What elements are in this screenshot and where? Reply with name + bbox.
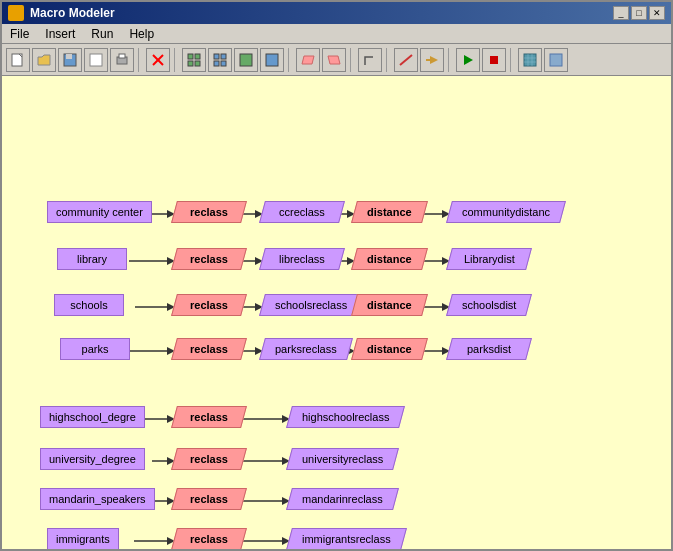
schoolsreclass-box[interactable]: schoolsreclass <box>262 294 360 316</box>
parksreclass-box[interactable]: parksreclass <box>262 338 350 360</box>
university-box[interactable]: university_degree <box>40 448 145 470</box>
delete-button[interactable] <box>146 48 170 72</box>
distance-2[interactable]: distance <box>354 248 425 270</box>
librarydist-box[interactable]: Librarydist <box>449 248 529 270</box>
distance-4[interactable]: distance <box>354 338 425 360</box>
line-button[interactable] <box>394 48 418 72</box>
distance-1[interactable]: distance <box>354 201 425 223</box>
parksdist[interactable]: parksdist <box>446 338 532 360</box>
input-university[interactable]: university_degree <box>40 448 145 470</box>
new-button[interactable] <box>6 48 30 72</box>
distance-3-box[interactable]: distance <box>351 294 428 316</box>
reclass-2-box[interactable]: reclass <box>171 248 247 270</box>
community-center-box[interactable]: community center <box>47 201 152 223</box>
reclass-6[interactable]: reclass <box>174 448 244 470</box>
immigrantsreclass[interactable]: immigrantsreclass <box>286 528 407 549</box>
highschoolreclass[interactable]: highschoolreclass <box>286 406 405 428</box>
ccreclass-box[interactable]: ccreclass <box>262 201 342 223</box>
menu-help[interactable]: Help <box>121 25 162 43</box>
mandarinreclass-box[interactable]: mandarinreclass <box>289 488 396 510</box>
maximize-button[interactable]: □ <box>631 6 647 20</box>
input-library[interactable]: library <box>57 248 127 270</box>
immigrantsreclass-box[interactable]: immigrantsreclass <box>289 528 404 549</box>
save-button[interactable] <box>58 48 82 72</box>
grid4-button[interactable] <box>260 48 284 72</box>
reclass-1-box[interactable]: reclass <box>171 201 247 223</box>
mandarinreclass[interactable]: mandarinreclass <box>286 488 399 510</box>
schools-box[interactable]: schools <box>54 294 124 316</box>
schoolsdist-box[interactable]: schoolsdist <box>449 294 529 316</box>
svg-rect-11 <box>195 61 200 66</box>
librarydist[interactable]: Librarydist <box>446 248 532 270</box>
reclass-8[interactable]: reclass <box>174 528 244 549</box>
distance-2-box[interactable]: distance <box>351 248 428 270</box>
grid2-button[interactable] <box>208 48 232 72</box>
input-highschool[interactable]: highschool_degre <box>40 406 145 428</box>
communitydist-box[interactable]: communitydistanc <box>449 201 563 223</box>
reclass-7[interactable]: reclass <box>174 488 244 510</box>
svg-rect-10 <box>188 61 193 66</box>
libreclass-box[interactable]: libreclass <box>262 248 342 270</box>
shape2-button[interactable] <box>322 48 346 72</box>
corner-button[interactable] <box>358 48 382 72</box>
distance-3[interactable]: distance <box>354 294 425 316</box>
svg-rect-8 <box>188 54 193 59</box>
svg-rect-13 <box>221 54 226 59</box>
open-button[interactable] <box>32 48 56 72</box>
reclass-8-box[interactable]: reclass <box>171 528 247 549</box>
svg-rect-24 <box>490 56 498 64</box>
close-button[interactable]: ✕ <box>649 6 665 20</box>
grid3-button[interactable] <box>234 48 258 72</box>
reclass-5[interactable]: reclass <box>174 406 244 428</box>
print-button[interactable] <box>110 48 134 72</box>
menu-run[interactable]: Run <box>83 25 121 43</box>
library-box[interactable]: library <box>57 248 127 270</box>
input-mandarin[interactable]: mandarin_speakers <box>40 488 155 510</box>
menu-insert[interactable]: Insert <box>37 25 83 43</box>
reclass-5-box[interactable]: reclass <box>171 406 247 428</box>
universityreclass[interactable]: universityreclass <box>286 448 399 470</box>
input-community-center[interactable]: community center <box>47 201 152 223</box>
parksdist-box[interactable]: parksdist <box>449 338 529 360</box>
minimize-button[interactable]: _ <box>613 6 629 20</box>
map-button[interactable] <box>518 48 542 72</box>
mandarin-box[interactable]: mandarin_speakers <box>40 488 155 510</box>
immigrants-box[interactable]: immigrants <box>47 528 119 549</box>
universityreclass-box[interactable]: universityreclass <box>289 448 396 470</box>
communitydist[interactable]: communitydistanc <box>446 201 566 223</box>
schoolsreclass[interactable]: schoolsreclass <box>259 294 363 316</box>
ccreclass[interactable]: ccreclass <box>259 201 345 223</box>
svg-rect-14 <box>214 61 219 66</box>
reclass-2[interactable]: reclass <box>174 248 244 270</box>
reclass-3-box[interactable]: reclass <box>171 294 247 316</box>
input-parks[interactable]: parks <box>60 338 130 360</box>
reclass-6-box[interactable]: reclass <box>171 448 247 470</box>
grid5-button[interactable] <box>544 48 568 72</box>
play-button[interactable] <box>456 48 480 72</box>
reclass-4-box[interactable]: reclass <box>171 338 247 360</box>
highschool-box[interactable]: highschool_degre <box>40 406 145 428</box>
schoolsdist[interactable]: schoolsdist <box>446 294 532 316</box>
app-icon <box>8 5 24 21</box>
reclass-4[interactable]: reclass <box>174 338 244 360</box>
distance-4-box[interactable]: distance <box>351 338 428 360</box>
reclass-7-box[interactable]: reclass <box>171 488 247 510</box>
highschoolreclass-box[interactable]: highschoolreclass <box>289 406 402 428</box>
svg-rect-26 <box>550 54 562 66</box>
reclass-3[interactable]: reclass <box>174 294 244 316</box>
input-immigrants[interactable]: immigrants <box>47 528 119 549</box>
parksreclass[interactable]: parksreclass <box>259 338 353 360</box>
libreclass[interactable]: libreclass <box>259 248 345 270</box>
flow-container: community center reclass ccreclass dista… <box>12 86 671 549</box>
blank-button[interactable] <box>84 48 108 72</box>
parks-box[interactable]: parks <box>60 338 130 360</box>
distance-1-box[interactable]: distance <box>351 201 428 223</box>
sep4 <box>350 48 354 72</box>
input-schools[interactable]: schools <box>54 294 124 316</box>
shape1-button[interactable] <box>296 48 320 72</box>
arrow-button[interactable] <box>420 48 444 72</box>
stop-button[interactable] <box>482 48 506 72</box>
grid1-button[interactable] <box>182 48 206 72</box>
reclass-1[interactable]: reclass <box>174 201 244 223</box>
menu-file[interactable]: File <box>2 25 37 43</box>
